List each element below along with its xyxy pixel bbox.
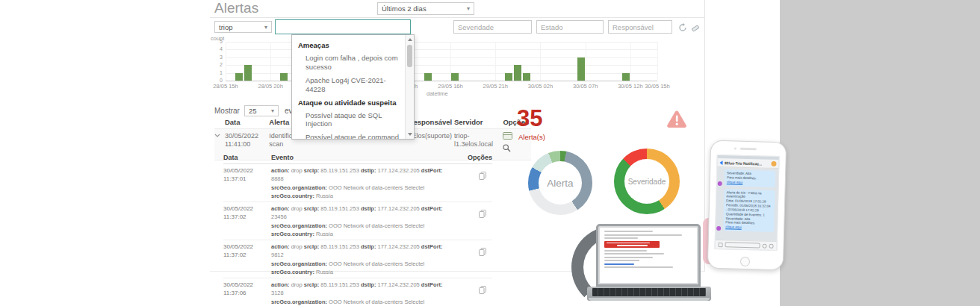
responsavel-filter-input[interactable] [608,20,672,34]
chevron-down-icon: ▾ [271,107,274,114]
copy-icon[interactable] [456,166,492,200]
chevron-down-icon: ▾ [264,24,267,31]
event-details: action: drop srcIp: 85.119.151.253 dstIp… [271,243,456,276]
page-size-select[interactable]: 25 ▾ [244,105,279,116]
event-details: action: drop srcIp: 85.119.151.253 dstIp… [271,204,456,238]
chart-bar [424,73,432,81]
warning-triangle-icon [666,110,688,132]
chart-bar [514,65,521,81]
alert-count: 35 [517,105,542,132]
laptop-display [600,228,697,283]
event-row[interactable]: 30/05/202211:37:01 action: drop srcIp: 8… [223,164,492,202]
collapse-chevron-icon[interactable] [214,132,225,155]
suggestion-group-label: Ameaças [298,39,406,51]
phone-screen: 3Elos-Trio Notificaç... Severidade: Alta… [714,154,779,251]
event-date: 30/05/202211:37:01 [223,166,271,200]
event-date: 30/05/202211:37:02 [223,243,271,276]
chat-bubble: Severidade: AltaPara mais detalhes:cliqu… [725,169,776,187]
severity-filter-input[interactable] [453,20,532,34]
back-chevron-icon[interactable] [719,160,722,165]
mostrar-label: Mostrar [214,107,240,115]
event-date: 30/05/202211:37:06 [223,281,271,306]
suggestions-list: AmeaçasLogin com falha , depois com suce… [292,35,406,140]
suggestion-item[interactable]: Login com falha , depois com sucesso [298,51,406,74]
col-event-data[interactable]: Data [223,154,271,161]
chart-y-axis-labels: 012345 [210,42,224,81]
col-event-evento[interactable]: Evento [271,154,456,161]
background-band [780,0,980,306]
chart-bar [577,57,585,81]
chevron-down-icon: ▾ [467,5,470,12]
scroll-down-icon[interactable] [408,133,412,136]
clear-filters-icon[interactable] [691,22,701,32]
chart-bar [505,73,512,81]
copy-icon[interactable] [456,204,492,238]
event-details: action: drop srcIp: 85.119.151.253 dstIp… [271,166,456,200]
search-magnifier-icon[interactable] [503,144,531,154]
phone-speaker [740,148,757,151]
scrollbar-thumb[interactable] [407,45,412,67]
phone-illustration: 3Elos-Trio Notificaç... Severidade: Alta… [707,140,787,271]
period-select[interactable]: Últimos 2 dias ▾ [377,2,474,15]
refresh-icon[interactable] [678,22,689,32]
chart-bar [622,73,630,81]
chat-bubble: Alerta do trio - Falha na autenticaçãoDa… [723,189,775,232]
chart-bar [235,73,243,81]
page-title: Alertas [214,0,258,16]
alerta-donut-chart: Alerta [528,151,592,215]
phone-chat-title: 3Elos-Trio Notificaç... [724,160,771,166]
chat-link[interactable]: clique aqui [725,225,772,231]
chart-x-axis-title: datetime [427,90,448,97]
sender-avatar [718,181,722,185]
suggestion-item[interactable]: Apache Log4j CVE-2021-44228 [298,74,406,96]
col-data[interactable]: Data [225,118,269,126]
laptop-illustration [587,221,711,305]
laptop-alert-banner [604,241,660,248]
copy-icon[interactable] [456,243,492,276]
events-table-header: Data Evento Opções [223,154,492,164]
organization-select[interactable]: triop ▾ [214,21,272,33]
organization-select-value: triop [219,23,232,31]
dropdown-scrollbar[interactable] [405,35,414,139]
estado-filter-input[interactable] [536,20,604,34]
alert-row-servidor: triop-l1.3elos.local [454,132,503,155]
event-row[interactable]: 30/05/202211:37:02 action: drop srcIp: 8… [223,202,492,240]
chat-link[interactable]: clique aqui [727,180,773,185]
chart-x-axis-labels: 28/05 15h28/05 20h29/05 01h29/05 06h29/0… [210,83,704,90]
alerts-dashboard: Alertas Últimos 2 dias ▾ triop ▾ count 0… [0,0,980,306]
page-size-value: 25 [249,107,257,115]
severidade-donut-chart: Severidade [614,149,680,214]
chart-bar [451,73,459,81]
phone-camera [734,148,736,150]
suggestion-item[interactable]: Possível ataque de command Injection [298,131,406,140]
suggestion-item[interactable]: Possível ataque de SQL Injection [298,109,406,131]
event-details: action: drop srcIp: 85.119.151.253 dstIp… [271,281,456,306]
chart-bar [244,65,252,81]
scroll-up-icon[interactable] [408,38,412,41]
chat-avatar [771,161,776,166]
suggestion-group-label: Ataque ou atividade suspeita [298,96,406,109]
col-servidor[interactable]: Servidor [454,118,503,126]
header-divider [210,17,704,18]
search-input[interactable] [275,19,411,34]
chart-bar [280,73,288,81]
event-row[interactable]: 30/05/202211:37:02 action: drop srcIp: 8… [223,240,492,278]
search-suggestions-dropdown: AmeaçasLogin com falha , depois com suce… [291,34,415,140]
col-responsavel[interactable]: Responsável [409,118,454,126]
phone-messages: Severidade: AltaPara mais detalhes:cliqu… [716,167,779,246]
copy-icon[interactable] [456,281,492,306]
laptop-screen [596,224,701,287]
bar-chart-plot [226,42,657,81]
alerta-donut-label: Alerta [547,178,573,189]
event-row[interactable]: 30/05/202211:37:06 action: drop srcIp: 8… [223,278,492,306]
event-date: 30/05/202211:37:02 [223,204,271,238]
events-table: Data Evento Opções 30/05/202211:37:01 ac… [223,154,492,306]
laptop-keyboard [587,287,711,301]
phone-message-input[interactable] [715,240,776,250]
period-select-value: Últimos 2 dias [382,4,427,13]
alert-count-label: Alerta(s) [518,133,545,141]
alert-row-responsavel: 3Elos(suporte) [409,132,454,155]
alert-row-data: 30/05/202211:41:00 [225,132,269,155]
severidade-donut-label: Severidade [628,178,666,186]
col-event-opcoes[interactable]: Opções [456,154,492,161]
